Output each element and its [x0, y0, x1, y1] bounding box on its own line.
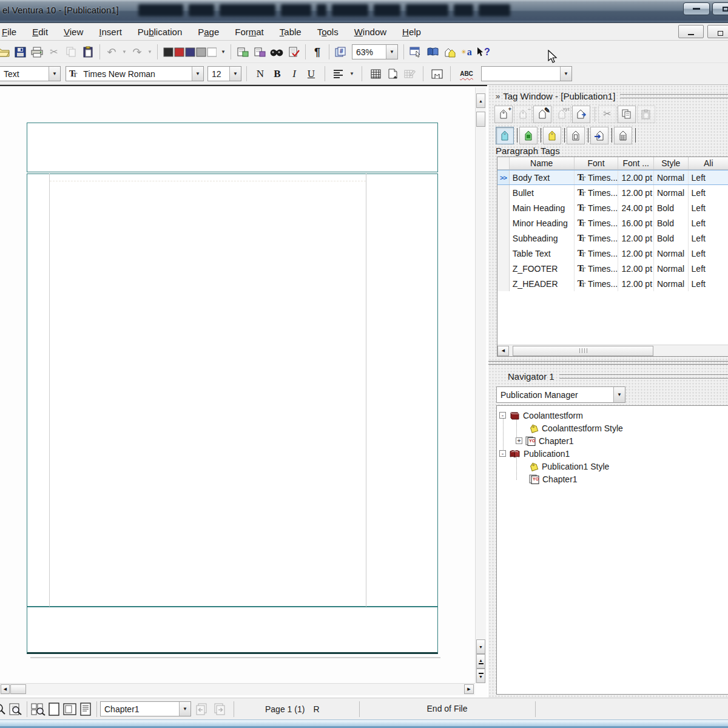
menu-format[interactable]: Format	[227, 24, 272, 39]
scroll-thumb[interactable]	[513, 346, 653, 356]
scroll-right-button[interactable]: ▶	[464, 684, 474, 694]
column-name[interactable]: Name	[510, 157, 575, 169]
single-page-view-button[interactable]	[46, 701, 62, 717]
collapse-expander[interactable]: -	[499, 450, 506, 457]
paragraph-tag-combo[interactable]: Text ▼	[0, 66, 61, 81]
tag-row-z-footer[interactable]: Z_FOOTER TTTimes... 12.00 pt Normal Left	[497, 261, 728, 276]
cut-tag-button[interactable]: ✂	[598, 106, 616, 123]
zoom-combo[interactable]: 63% ▼	[352, 44, 398, 59]
copy-button[interactable]	[62, 44, 79, 61]
context-help-button[interactable]: ?	[475, 44, 492, 61]
tag-window-button[interactable]	[441, 44, 458, 61]
menu-page[interactable]: Page	[190, 24, 227, 39]
tag-row-z-header[interactable]: Z_HEADER TTTimes... 12.00 pt Normal Left	[497, 276, 728, 291]
navigator-mode-combo[interactable]: Publication Manager ▼	[496, 386, 625, 403]
script-window-button[interactable]	[407, 44, 424, 61]
menu-edit[interactable]: Edit	[24, 24, 56, 39]
zoom-page-button[interactable]	[8, 701, 24, 717]
undo-dropdown[interactable]: ▼	[120, 44, 129, 61]
alignment-button[interactable]	[330, 66, 347, 83]
chapter-combo[interactable]: Chapter1 ▼	[100, 701, 191, 716]
underline-button[interactable]: U	[303, 66, 320, 83]
load-tag-list-button[interactable]	[251, 44, 268, 61]
text-page-view-button[interactable]	[78, 701, 93, 717]
expand-expander[interactable]: +	[516, 437, 522, 444]
menu-insert[interactable]: Insert	[91, 24, 130, 39]
collapse-expander[interactable]: -	[499, 412, 506, 419]
convert-tag-button[interactable]	[572, 106, 590, 123]
tree-item-chapter1-a[interactable]: + YO Chapter1	[497, 434, 728, 447]
update-counters-button[interactable]: #	[332, 44, 349, 61]
tag-dropdown-icon[interactable]: ▼	[49, 67, 60, 81]
horizontal-scroll-thumb[interactable]	[10, 684, 26, 694]
add-tag-button[interactable]: +	[494, 106, 513, 123]
size-dropdown-icon[interactable]: ▼	[229, 67, 241, 81]
multi-page-view-button[interactable]	[30, 701, 46, 717]
menu-window[interactable]: Window	[346, 24, 394, 39]
font-name-combo[interactable]: TT Times New Roman ▼	[66, 66, 204, 81]
column-alignment[interactable]: Ali	[689, 157, 728, 169]
redo-button[interactable]: ↷	[129, 44, 146, 61]
edit-table-button[interactable]	[401, 66, 418, 83]
tag-list-horizontal-scrollbar[interactable]: ◀	[497, 345, 728, 356]
insert-page-button[interactable]	[384, 66, 401, 83]
paste-button[interactable]	[79, 44, 96, 61]
tag-row-bullet[interactable]: Bullet TTTimes... 12.00 pt Normal Left	[497, 185, 728, 200]
navigator-button[interactable]	[424, 44, 441, 61]
spell-check-button[interactable]: ABC	[456, 66, 477, 83]
delete-tag-button[interactable]: −	[514, 106, 532, 123]
scroll-left-button[interactable]: ◀	[497, 346, 509, 356]
minimize-button[interactable]	[683, 2, 710, 15]
secondary-tag-combo[interactable]: ▼	[481, 66, 572, 81]
menu-tools[interactable]: Tools	[309, 24, 346, 39]
column-font[interactable]: Font	[575, 157, 619, 169]
menu-view[interactable]: View	[56, 24, 91, 39]
document-canvas[interactable]: ▲ ▼ ▲ ▼ ◀ ▶	[0, 85, 487, 698]
page-header-frame[interactable]	[27, 123, 438, 172]
menu-publication[interactable]: Publication	[130, 24, 190, 39]
rename-tag-button[interactable]: xyz	[553, 106, 571, 123]
undo-button[interactable]: ↶	[103, 44, 120, 61]
find-button[interactable]	[268, 44, 285, 61]
next-chapter-button[interactable]	[211, 701, 226, 717]
save-button[interactable]	[12, 44, 29, 61]
tag-row-main-heading[interactable]: Main Heading TTTimes... 24.00 pt Bold Le…	[497, 200, 728, 215]
font-dropdown-icon[interactable]: ▼	[192, 67, 203, 81]
tree-item-chapter1-b[interactable]: YO Chapter1	[497, 473, 728, 485]
next-page-button[interactable]: ▼	[476, 669, 485, 683]
paste-tag-button[interactable]	[637, 106, 655, 123]
tag-row-minor-heading[interactable]: Minor Heading TTTimes... 16.00 pt Bold L…	[497, 215, 728, 231]
page-body-frame[interactable]	[27, 174, 438, 607]
menu-help[interactable]: Help	[394, 24, 429, 39]
tree-item-coolanttestform-style[interactable]: Coolanttestform Style	[497, 422, 728, 434]
rule-tags-button[interactable]	[590, 127, 608, 144]
document-minimize-button[interactable]	[678, 25, 704, 38]
tree-item-publication1-style[interactable]: Publication1 Style	[497, 460, 728, 473]
previous-chapter-button[interactable]	[195, 701, 211, 717]
character-tags-button[interactable]	[519, 127, 538, 144]
column-font-size[interactable]: Font ...	[618, 157, 653, 169]
horizontal-scrollbar[interactable]: ◀ ▶	[0, 683, 475, 695]
alignment-dropdown[interactable]: ▼	[347, 66, 357, 83]
page-tags-button[interactable]	[567, 127, 585, 144]
zoom-dropdown-icon[interactable]: ▼	[386, 45, 397, 59]
tag-row-subheading[interactable]: Subheading TTTimes... 12.00 pt Bold Left	[497, 231, 728, 246]
tag-row-body-text[interactable]: >> Body Text TTTimes... 12.00 pt Normal …	[497, 170, 728, 185]
secondary-dropdown-icon[interactable]: ▼	[560, 67, 571, 81]
navigator-dropdown-icon[interactable]: ▼	[613, 387, 625, 402]
table-tags-button[interactable]	[614, 127, 632, 144]
cut-button[interactable]: ✂	[46, 44, 62, 61]
redo-dropdown[interactable]: ▼	[146, 44, 154, 61]
menu-file[interactable]: File	[0, 24, 24, 39]
facing-page-view-button[interactable]	[62, 701, 78, 717]
panel-divider[interactable]	[488, 361, 728, 365]
collapse-chevrons-icon[interactable]: »	[496, 92, 499, 101]
update-tag-list-button[interactable]	[234, 44, 251, 61]
scroll-left-button[interactable]: ◀	[1, 684, 10, 694]
tag-row-table-text[interactable]: Table Text TTTimes... 12.00 pt Normal Le…	[497, 246, 728, 261]
edit-tag-button[interactable]: ✎	[533, 106, 551, 123]
vertical-scrollbar[interactable]: ▲ ▼ ▲ ▼	[475, 87, 486, 683]
font-size-combo[interactable]: 12 ▼	[207, 66, 241, 81]
menu-table[interactable]: Table	[272, 24, 309, 39]
show-paragraph-marks-button[interactable]: ¶	[309, 44, 326, 61]
